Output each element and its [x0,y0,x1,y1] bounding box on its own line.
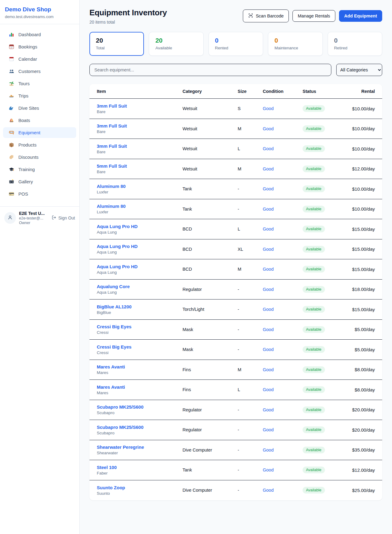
item-link[interactable]: Shearwater Peregrine [97,444,144,450]
status-cell: Available [303,326,349,333]
item-rental: $10.00/day [349,186,375,192]
condition-link[interactable]: Good [263,427,273,432]
condition-cell: Good [263,207,303,212]
sidebar-item-products[interactable]: Products [3,139,76,150]
condition-link[interactable]: Good [263,467,273,472]
sidebar-item-equipment[interactable]: Equipment [3,127,76,138]
item-cell: Aluminum 80Luxfer [97,204,183,214]
item-link[interactable]: Aqua Lung Pro HD [97,264,138,269]
item-category: BCD [183,267,238,272]
item-brand: Bare [97,129,183,134]
sidebar-item-trips[interactable]: Trips [3,90,76,101]
brand-subdomain: demo.test.divestreams.com [5,14,74,19]
sidebar-item-bookings[interactable]: 17Bookings [3,41,76,52]
condition-cell: Good [263,347,303,352]
sidebar-item-calendar[interactable]: Calendar [3,54,76,64]
item-link[interactable]: Scubapro MK25/S600 [97,404,144,410]
condition-link[interactable]: Good [263,106,273,111]
item-link[interactable]: Aqua Lung Pro HD [97,224,138,229]
sidebar-item-gallery[interactable]: Gallery [3,176,76,187]
status-cell: Available [303,166,349,172]
column-header-item: Item [97,89,183,94]
sidebar-item-dashboard[interactable]: Dashboard [3,29,76,40]
item-link[interactable]: Aqua Lung Pro HD [97,244,138,249]
sidebar-item-boats[interactable]: Boats [3,115,76,126]
item-link[interactable]: Suunto Zoop [97,485,125,490]
item-link[interactable]: Scubapro MK25/S600 [97,425,144,430]
sidebar-item-customers[interactable]: Customers [3,66,76,77]
item-category: Wetsuit [183,146,238,151]
condition-link[interactable]: Good [263,488,273,493]
sidebar-item-discounts[interactable]: Discounts [3,152,76,162]
condition-link[interactable]: Good [263,146,273,151]
status-cell: Available [303,105,349,112]
condition-link[interactable]: Good [263,267,273,272]
condition-cell: Good [263,387,303,392]
condition-link[interactable]: Good [263,166,273,171]
table-row: Shearwater PeregrineShearwaterDive Compu… [89,440,382,460]
stat-value: 20 [96,37,138,44]
item-rental: $35.00/day [349,447,375,452]
sidebar-item-dive-sites[interactable]: Dive Sites [3,103,76,113]
item-brand: Faber [97,471,183,475]
brand-title[interactable]: Demo Dive Shop [5,6,74,13]
item-rental: $25.00/day [349,488,375,493]
sidebar-item-label: Gallery [18,179,33,184]
stat-card-total[interactable]: 20Total [89,32,144,56]
item-link[interactable]: Mares Avanti [97,384,125,390]
condition-link[interactable]: Good [263,186,273,191]
sidebar-header: Demo Dive Shop demo.test.divestreams.com [0,0,79,24]
item-link[interactable]: Aqualung Core [97,284,130,289]
item-link[interactable]: Cressi Big Eyes [97,324,131,329]
stat-card-available[interactable]: 20Available [149,32,203,56]
stat-card-retired[interactable]: 0Retired [328,32,382,56]
item-link[interactable]: 3mm Full Suit [97,103,127,109]
category-select[interactable]: All Categories [336,64,382,76]
manage-rentals-button[interactable]: Manage Rentals [292,10,335,22]
sidebar-item-pos[interactable]: POS [3,189,76,199]
status-cell: Available [303,185,349,192]
condition-link[interactable]: Good [263,367,273,372]
status-cell: Available [303,406,349,413]
search-input[interactable] [89,64,331,76]
condition-link[interactable]: Good [263,387,273,392]
stat-card-rented[interactable]: 0Rented [209,32,263,56]
condition-link[interactable]: Good [263,327,273,332]
condition-link[interactable]: Good [263,207,273,212]
stat-card-maintenance[interactable]: 0Maintenance [268,32,322,56]
scan-barcode-button[interactable]: Scan Barcode [243,10,289,22]
condition-link[interactable]: Good [263,448,273,452]
condition-link[interactable]: Good [263,227,273,231]
condition-link[interactable]: Good [263,287,273,292]
item-link[interactable]: Cressi Big Eyes [97,344,131,349]
person-icon [7,214,13,222]
condition-link[interactable]: Good [263,307,273,312]
wave-icon [9,105,14,111]
item-link[interactable]: 3mm Full Suit [97,123,127,128]
condition-link[interactable]: Good [263,247,273,252]
item-rental: $8.00/day [349,367,375,372]
condition-link[interactable]: Good [263,126,273,131]
item-category: Wetsuit [183,126,238,131]
condition-link[interactable]: Good [263,347,273,352]
item-link[interactable]: Mares Avanti [97,364,125,369]
condition-link[interactable]: Good [263,407,273,412]
item-link[interactable]: BigBlue AL1200 [97,304,132,309]
condition-cell: Good [263,126,303,131]
sign-out-button[interactable]: Sign Out [51,215,75,221]
status-cell: Available [303,306,349,313]
item-brand: Aqua Lung [97,270,183,275]
item-link[interactable]: Aluminum 80 [97,204,126,209]
item-link[interactable]: Steel 100 [97,465,117,470]
status-badge: Available [303,306,325,313]
column-header-rental: Rental [349,89,375,94]
item-link[interactable]: 3mm Full Suit [97,143,127,149]
add-equipment-button[interactable]: Add Equipment [339,10,382,22]
sidebar-item-label: Customers [18,69,41,74]
item-rental: $12.00/day [349,467,375,473]
item-link[interactable]: Aluminum 80 [97,184,126,189]
sidebar-item-training[interactable]: Training [3,164,76,175]
sidebar-item-tours[interactable]: Tours [3,78,76,89]
item-link[interactable]: 5mm Full Suit [97,163,127,169]
table-row: Aqua Lung Pro HDAqua LungBCDLGoodAvailab… [89,219,382,239]
